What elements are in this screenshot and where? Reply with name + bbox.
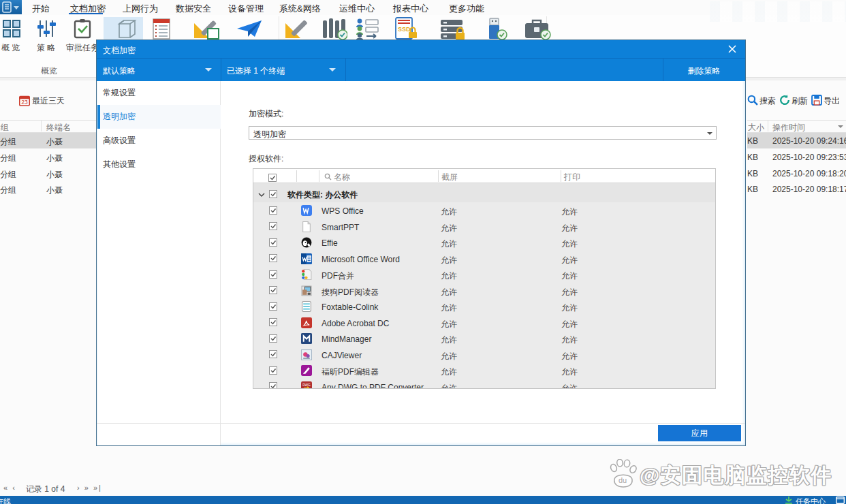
svg-text:SSD: SSD [398,26,411,33]
svg-text:DWG: DWG [302,383,311,386]
svg-text:23: 23 [21,99,28,106]
svg-text:du: du [618,476,627,484]
